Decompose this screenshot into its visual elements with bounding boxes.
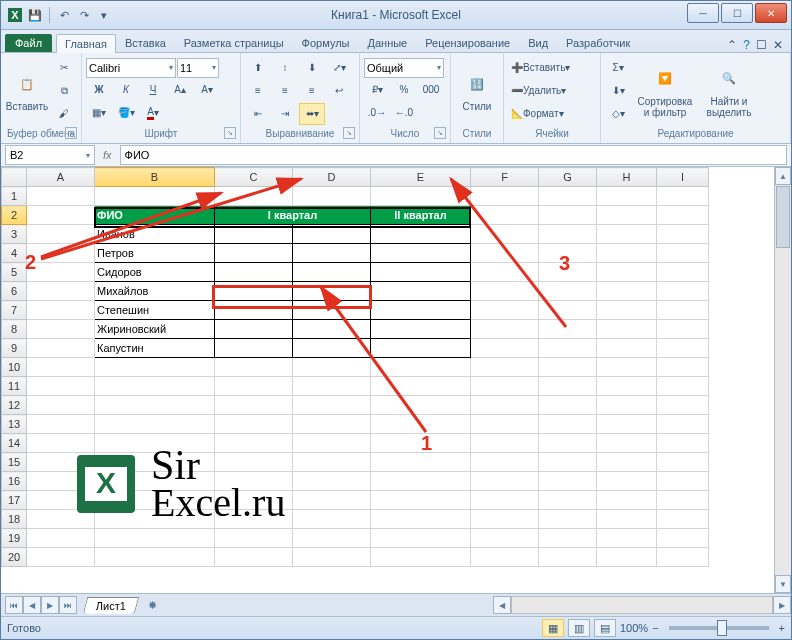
cell-A19[interactable] bbox=[27, 529, 95, 548]
cell-C8[interactable] bbox=[215, 320, 293, 339]
cell-G20[interactable] bbox=[539, 548, 597, 567]
cell-B10[interactable] bbox=[95, 358, 215, 377]
cell-H18[interactable] bbox=[597, 510, 657, 529]
cell-E8[interactable] bbox=[371, 320, 471, 339]
cell-A8[interactable] bbox=[27, 320, 95, 339]
number-format-combo[interactable]: Общий▾ bbox=[364, 58, 444, 78]
cell-C6[interactable] bbox=[215, 282, 293, 301]
view-page-layout-icon[interactable]: ▥ bbox=[568, 619, 590, 637]
cell-D5[interactable] bbox=[293, 263, 371, 282]
column-header-I[interactable]: I bbox=[657, 168, 709, 187]
cell-C7[interactable] bbox=[215, 301, 293, 320]
cell-G8[interactable] bbox=[539, 320, 597, 339]
row-header-7[interactable]: 7 bbox=[2, 301, 27, 320]
cell-C12[interactable] bbox=[215, 396, 293, 415]
cell-I18[interactable] bbox=[657, 510, 709, 529]
view-page-break-icon[interactable]: ▤ bbox=[594, 619, 616, 637]
cell-C18[interactable] bbox=[215, 510, 293, 529]
cell-F7[interactable] bbox=[471, 301, 539, 320]
cell-G15[interactable] bbox=[539, 453, 597, 472]
row-header-11[interactable]: 11 bbox=[2, 377, 27, 396]
cell-D6[interactable] bbox=[293, 282, 371, 301]
cell-D15[interactable] bbox=[293, 453, 371, 472]
cell-A11[interactable] bbox=[27, 377, 95, 396]
name-box[interactable]: B2▾ bbox=[5, 145, 95, 165]
cell-E12[interactable] bbox=[371, 396, 471, 415]
cell-C2[interactable]: I квартал bbox=[215, 206, 371, 225]
cell-B9[interactable]: Капустин bbox=[95, 339, 215, 358]
cell-F19[interactable] bbox=[471, 529, 539, 548]
cell-D13[interactable] bbox=[293, 415, 371, 434]
cell-A20[interactable] bbox=[27, 548, 95, 567]
cell-E13[interactable] bbox=[371, 415, 471, 434]
cell-H5[interactable] bbox=[597, 263, 657, 282]
cell-F15[interactable] bbox=[471, 453, 539, 472]
currency-icon[interactable]: ₽▾ bbox=[364, 79, 390, 101]
row-header-19[interactable]: 19 bbox=[2, 529, 27, 548]
cell-B3[interactable]: Иванов bbox=[95, 225, 215, 244]
font-size-combo[interactable]: 11▾ bbox=[177, 58, 219, 78]
cell-E7[interactable] bbox=[371, 301, 471, 320]
window-close-icon[interactable]: ✕ bbox=[773, 38, 783, 52]
cell-B18[interactable] bbox=[95, 510, 215, 529]
decrease-indent-icon[interactable]: ⇤ bbox=[245, 103, 271, 125]
cell-A4[interactable] bbox=[27, 244, 95, 263]
cell-B12[interactable] bbox=[95, 396, 215, 415]
tab-last-icon[interactable]: ⏭ bbox=[59, 596, 77, 614]
align-left-icon[interactable]: ≡ bbox=[245, 80, 271, 102]
cell-A13[interactable] bbox=[27, 415, 95, 434]
increase-indent-icon[interactable]: ⇥ bbox=[272, 103, 298, 125]
column-header-D[interactable]: D bbox=[293, 168, 371, 187]
cell-H10[interactable] bbox=[597, 358, 657, 377]
cell-I17[interactable] bbox=[657, 491, 709, 510]
column-header-G[interactable]: G bbox=[539, 168, 597, 187]
cell-H11[interactable] bbox=[597, 377, 657, 396]
tab-next-icon[interactable]: ▶ bbox=[41, 596, 59, 614]
cell-E1[interactable] bbox=[371, 187, 471, 206]
fill-icon[interactable]: ⬇▾ bbox=[605, 80, 631, 102]
cell-A12[interactable] bbox=[27, 396, 95, 415]
row-header-15[interactable]: 15 bbox=[2, 453, 27, 472]
cell-F13[interactable] bbox=[471, 415, 539, 434]
scroll-right-icon[interactable]: ▶ bbox=[773, 596, 791, 614]
row-header-14[interactable]: 14 bbox=[2, 434, 27, 453]
insert-cells-button[interactable]: ➕ Вставить ▾ bbox=[508, 57, 596, 79]
cell-I11[interactable] bbox=[657, 377, 709, 396]
cell-F2[interactable] bbox=[471, 206, 539, 225]
cell-E11[interactable] bbox=[371, 377, 471, 396]
cell-E19[interactable] bbox=[371, 529, 471, 548]
comma-icon[interactable]: 000 bbox=[418, 79, 444, 101]
column-header-C[interactable]: C bbox=[215, 168, 293, 187]
cell-A6[interactable] bbox=[27, 282, 95, 301]
tab-view[interactable]: Вид bbox=[519, 33, 557, 52]
cell-G3[interactable] bbox=[539, 225, 597, 244]
cell-H3[interactable] bbox=[597, 225, 657, 244]
row-header-17[interactable]: 17 bbox=[2, 491, 27, 510]
percent-icon[interactable]: % bbox=[391, 79, 417, 101]
cell-H4[interactable] bbox=[597, 244, 657, 263]
cell-I13[interactable] bbox=[657, 415, 709, 434]
align-middle-icon[interactable]: ↕ bbox=[272, 57, 298, 79]
cell-F18[interactable] bbox=[471, 510, 539, 529]
tab-file[interactable]: Файл bbox=[5, 34, 52, 52]
cell-C10[interactable] bbox=[215, 358, 293, 377]
cell-C1[interactable] bbox=[215, 187, 293, 206]
cell-B2[interactable]: ФИО bbox=[95, 206, 215, 225]
cell-C9[interactable] bbox=[215, 339, 293, 358]
cell-B1[interactable] bbox=[95, 187, 215, 206]
cell-D16[interactable] bbox=[293, 472, 371, 491]
cell-D18[interactable] bbox=[293, 510, 371, 529]
vertical-scrollbar[interactable]: ▲ ▼ bbox=[774, 167, 791, 593]
font-launcher-icon[interactable]: ↘ bbox=[224, 127, 236, 139]
cell-F20[interactable] bbox=[471, 548, 539, 567]
cell-F4[interactable] bbox=[471, 244, 539, 263]
cell-A15[interactable] bbox=[27, 453, 95, 472]
cell-F6[interactable] bbox=[471, 282, 539, 301]
cell-H17[interactable] bbox=[597, 491, 657, 510]
zoom-out-button[interactable]: − bbox=[652, 622, 658, 634]
row-header-18[interactable]: 18 bbox=[2, 510, 27, 529]
row-header-10[interactable]: 10 bbox=[2, 358, 27, 377]
row-header-2[interactable]: 2 bbox=[2, 206, 27, 225]
column-header-H[interactable]: H bbox=[597, 168, 657, 187]
paste-button[interactable]: 📋 Вставить bbox=[5, 65, 49, 116]
